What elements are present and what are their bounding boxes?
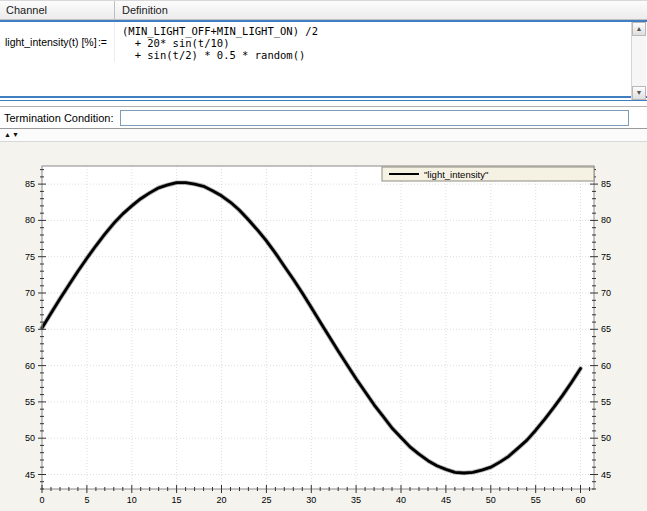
- svg-text:80: 80: [601, 215, 611, 225]
- svg-text:"light_intensity": "light_intensity": [424, 169, 488, 180]
- termination-condition-row: Termination Condition:: [0, 108, 647, 128]
- svg-text:45: 45: [601, 470, 611, 480]
- svg-text:50: 50: [486, 495, 496, 505]
- svg-text:25: 25: [261, 495, 271, 505]
- svg-text:75: 75: [25, 252, 35, 262]
- svg-text:45: 45: [441, 495, 451, 505]
- scrollbar[interactable]: ▲ ▼: [631, 22, 646, 100]
- splitter-handle[interactable]: ▲ ▼: [0, 128, 647, 142]
- chart-panel: 0510152025303540455055604545505055556060…: [0, 142, 647, 511]
- svg-text:55: 55: [601, 397, 611, 407]
- collapse-down-icon[interactable]: ▼: [12, 131, 19, 139]
- svg-text:60: 60: [601, 361, 611, 371]
- svg-text:10: 10: [127, 495, 137, 505]
- scrollbar-track[interactable]: [632, 36, 646, 86]
- svg-text:50: 50: [25, 433, 35, 443]
- svg-text:80: 80: [25, 215, 35, 225]
- svg-text:70: 70: [601, 288, 611, 298]
- legend: "light_intensity": [382, 167, 594, 181]
- svg-text:65: 65: [25, 324, 35, 334]
- svg-text:85: 85: [601, 179, 611, 189]
- assign-operator: :=: [98, 36, 107, 48]
- svg-text:30: 30: [306, 495, 316, 505]
- table-empty-area: [0, 62, 647, 96]
- svg-text:0: 0: [39, 495, 44, 505]
- svg-text:85: 85: [25, 179, 35, 189]
- collapse-up-icon[interactable]: ▲: [4, 131, 11, 139]
- termination-label: Termination Condition:: [4, 112, 113, 124]
- svg-text:55: 55: [531, 495, 541, 505]
- channel-cell[interactable]: light_intensity(t) [%] :=: [0, 22, 115, 62]
- scroll-down-button[interactable]: ▼: [632, 86, 646, 100]
- definition-cell[interactable]: (MIN_LIGHT_OFF+MIN_LIGHT_ON) /2 + 20* si…: [115, 22, 647, 62]
- signal-plot[interactable]: 0510152025303540455055604545505055556060…: [0, 142, 647, 511]
- svg-text:5: 5: [84, 495, 89, 505]
- svg-text:60: 60: [25, 361, 35, 371]
- svg-text:65: 65: [601, 324, 611, 334]
- table-row[interactable]: light_intensity(t) [%] := (MIN_LIGHT_OFF…: [0, 22, 647, 62]
- definition-line-3: + sin(t/2) * 0.5 * random(): [122, 49, 647, 61]
- termination-input[interactable]: [120, 110, 629, 126]
- svg-text:75: 75: [601, 252, 611, 262]
- svg-text:40: 40: [396, 495, 406, 505]
- svg-text:50: 50: [601, 433, 611, 443]
- svg-text:15: 15: [172, 495, 182, 505]
- definition-line-2: + 20* sin(t/10): [122, 37, 647, 49]
- column-header-definition[interactable]: Definition: [115, 1, 647, 19]
- svg-text:20: 20: [216, 495, 226, 505]
- table-header-row: Channel Definition: [0, 0, 647, 20]
- column-header-channel[interactable]: Channel: [0, 1, 115, 19]
- scroll-up-button[interactable]: ▲: [632, 22, 646, 36]
- svg-text:45: 45: [25, 470, 35, 480]
- svg-text:35: 35: [351, 495, 361, 505]
- channel-name: light_intensity(t) [%]: [5, 36, 97, 48]
- svg-text:55: 55: [25, 397, 35, 407]
- svg-text:70: 70: [25, 288, 35, 298]
- svg-text:60: 60: [575, 495, 585, 505]
- channel-definition-table: Channel Definition light_intensity(t) [%…: [0, 0, 647, 108]
- definition-line-1: (MIN_LIGHT_OFF+MIN_LIGHT_ON) /2: [122, 25, 647, 37]
